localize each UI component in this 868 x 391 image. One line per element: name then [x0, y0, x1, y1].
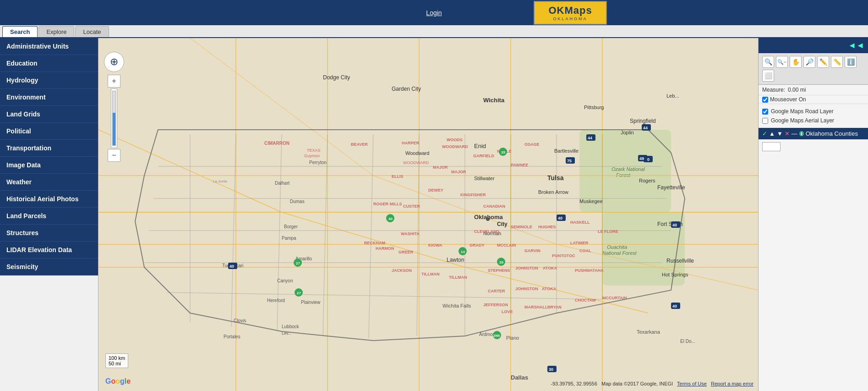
login-link[interactable]: Login [426, 9, 442, 17]
svg-text:CUSTER: CUSTER [403, 204, 420, 209]
svg-text:Dodge City: Dodge City [323, 74, 350, 81]
svg-point-59 [486, 217, 490, 221]
layer-up-btn[interactable]: ▲ [769, 130, 775, 137]
zoom-in-button[interactable]: + [108, 75, 120, 88]
svg-text:TEXAS: TEXAS [307, 148, 321, 153]
svg-text:Dumas: Dumas [290, 199, 305, 204]
svg-text:CANADIAN: CANADIAN [483, 204, 505, 209]
sidebar-item-land-parcels[interactable]: Land Parcels [0, 208, 98, 225]
compass-control[interactable]: ⊕ [104, 52, 124, 72]
layer-down-btn[interactable]: ▼ [777, 130, 783, 137]
svg-text:Garden City: Garden City [392, 86, 421, 92]
mouseover-label: Mouseover On [770, 96, 806, 103]
scale-mi: 50 mi [109, 361, 125, 366]
svg-text:Bartlesville: Bartlesville [554, 148, 579, 154]
svg-text:Pittsburg: Pittsburg [584, 105, 604, 110]
measure-value: 0.00 mi [788, 87, 806, 93]
sidebar-item-land-grids[interactable]: Land Grids [0, 106, 98, 123]
road-layer-checkbox[interactable] [762, 109, 768, 115]
mouseover-checkbox[interactable] [762, 97, 768, 103]
svg-text:Lev...: Lev... [282, 331, 291, 336]
sidebar: Administrative Units Education Hydrology… [0, 38, 98, 391]
sidebar-item-seismicity[interactable]: Seismicity [0, 259, 98, 275]
navigate-back-arrow[interactable]: ◄◄ [848, 41, 864, 50]
sidebar-item-image-data[interactable]: Image Data [0, 157, 98, 174]
zoom-out-tool[interactable]: 🔍− [776, 56, 788, 68]
tab-explore[interactable]: Explore [38, 26, 74, 37]
sidebar-item-lidar[interactable]: LIDAR Elevation Data [0, 242, 98, 259]
measure-tool[interactable]: 📏 [831, 56, 843, 68]
logo-subtitle: OKLAHOMA [553, 17, 587, 21]
svg-text:GARFIELD: GARFIELD [473, 154, 494, 158]
svg-text:Hot Springs: Hot Springs [662, 272, 688, 277]
svg-text:Dallas: Dallas [511, 374, 528, 381]
map-data-source: Map data ©2017 Google, INEGI [601, 381, 673, 386]
svg-text:40: 40 [229, 264, 234, 269]
sidebar-item-administrative-units[interactable]: Administrative Units [0, 38, 98, 55]
sidebar-item-structures[interactable]: Structures [0, 225, 98, 242]
report-map-error-link[interactable]: Report a map error [711, 381, 753, 386]
svg-text:Stillwater: Stillwater [474, 176, 495, 181]
county-color-swatch[interactable] [762, 142, 781, 151]
svg-text:WOODWARD: WOODWARD [403, 160, 429, 165]
svg-text:CARTER: CARTER [488, 289, 505, 293]
aerial-layer-checkbox[interactable] [762, 118, 768, 124]
svg-text:Perryton: Perryton [309, 160, 327, 165]
map-navigation: ⊕ + − [104, 52, 124, 162]
svg-text:Tulsa: Tulsa [547, 174, 564, 182]
extent-tool[interactable]: ⬜ [762, 70, 774, 82]
zoom-in-tool[interactable]: 🔍 [762, 56, 774, 68]
sidebar-item-historical-aerial-photos[interactable]: Historical Aerial Photos [0, 191, 98, 208]
scale-km: 100 km [109, 355, 125, 361]
pan-tool[interactable]: ✋ [790, 56, 802, 68]
measure-label: Measure: [762, 87, 785, 93]
layer-info-btn[interactable]: ℹ [799, 131, 804, 136]
layer-remove-btn[interactable]: ✕ [785, 130, 790, 137]
svg-text:Canyon: Canyon [277, 278, 293, 283]
svg-text:HASKELL: HASKELL [570, 220, 590, 225]
svg-text:40: 40 [558, 216, 562, 220]
ok-counties-label: Oklahoma Counties [806, 130, 858, 137]
svg-text:BECKHAM: BECKHAM [364, 241, 385, 245]
aerial-layer-row: Google Maps Aerial Layer [759, 116, 868, 125]
sidebar-item-transportation[interactable]: Transportation [0, 140, 98, 157]
svg-text:Ozark National: Ozark National [611, 166, 645, 172]
tab-locate[interactable]: Locate [75, 26, 109, 37]
zoom-out-button[interactable]: − [108, 149, 120, 162]
zoom-bar[interactable] [112, 91, 116, 146]
map-background: Ozark National Forest Ouachita National … [98, 38, 758, 391]
svg-text:PAWNEE: PAWNEE [511, 163, 528, 167]
svg-text:27: 27 [296, 261, 300, 265]
mouseover-toggle-row: Mouseover On [759, 95, 868, 104]
svg-text:ROGER MILLS: ROGER MILLS [373, 202, 402, 206]
tab-search[interactable]: Search [2, 26, 38, 37]
svg-text:BEAVER: BEAVER [351, 142, 368, 147]
map-container[interactable]: Ozark National Forest Ouachita National … [98, 38, 758, 391]
svg-text:WOODS: WOODS [447, 138, 463, 142]
info-tool[interactable]: ℹ️ [845, 56, 857, 68]
sidebar-item-environment[interactable]: Environment [0, 89, 98, 106]
oklahoma-counties-bar: ✓ ▲ ▼ ✕ — ℹ Oklahoma Counties [759, 128, 868, 139]
svg-text:PUSHMATAHA: PUSHMATAHA [575, 268, 604, 273]
svg-text:JEFFERSON: JEFFERSON [483, 303, 508, 307]
svg-text:KIOWA: KIOWA [428, 243, 442, 248]
sidebar-item-weather[interactable]: Weather [0, 174, 98, 191]
svg-text:14: 14 [461, 250, 465, 254]
draw-tool[interactable]: ✏️ [817, 56, 829, 68]
svg-text:LATIMER: LATIMER [570, 241, 589, 245]
svg-text:Plano: Plano [506, 335, 519, 341]
svg-text:MARSHALL: MARSHALL [524, 305, 548, 309]
zoom-slider[interactable] [111, 88, 117, 148]
svg-text:MAJOR: MAJOR [451, 170, 466, 174]
svg-text:Rogers: Rogers [639, 178, 655, 183]
svg-text:49: 49 [639, 156, 644, 161]
svg-text:Texarkana: Texarkana [637, 329, 661, 335]
sidebar-item-political[interactable]: Political [0, 123, 98, 140]
identify-tool[interactable]: 🔎 [803, 56, 815, 68]
svg-text:ATOKA: ATOKA [543, 266, 557, 270]
terms-of-use-link[interactable]: Terms of Use [677, 381, 707, 386]
sidebar-item-hydrology[interactable]: Hydrology [0, 72, 98, 89]
scale-bar: 100 km 50 mi [105, 353, 128, 368]
svg-text:HARPER: HARPER [402, 141, 420, 145]
sidebar-item-education[interactable]: Education [0, 55, 98, 72]
